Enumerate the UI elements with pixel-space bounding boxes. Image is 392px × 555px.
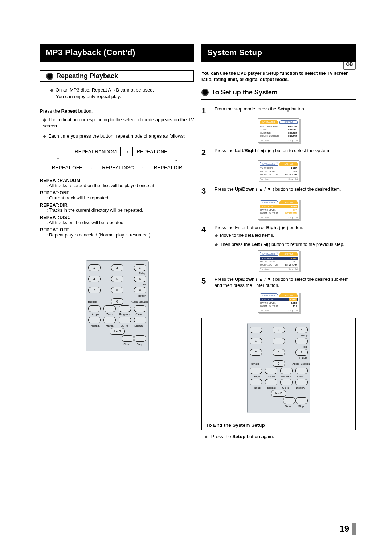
note-line-2: You can enjoy only repeat play. xyxy=(56,93,194,100)
bullet-icon xyxy=(46,73,53,80)
diamond-icon: ◆ xyxy=(215,232,218,238)
definitions-list: REPEAT:RANDOM: All tracks recorded on th… xyxy=(40,178,194,238)
page-number: 19 xyxy=(339,523,356,535)
step-3: 3 Press the Up/Down ( ▲ / ▼ ) button to … xyxy=(201,186,356,196)
end-text: ◆ Press the Setup button again. xyxy=(204,433,356,440)
left-section-box: Repeating Playback xyxy=(40,70,194,82)
diamond-icon: ◆ xyxy=(204,434,208,439)
diamond-icon: ◆ xyxy=(43,133,46,139)
screen-4: LANGUAGES SYSTEM TV SCREEN4:3 LB RATING … xyxy=(201,250,356,271)
divider xyxy=(40,104,194,104)
remote-control-illustration-2: 123 Setup 456 Title 789 Return Remain 0 … xyxy=(247,323,310,413)
step-1: 1 From the stop mode, press the Setup bu… xyxy=(201,106,356,116)
right-section-title: To Set up the System xyxy=(212,89,278,96)
bullet-indication: ◆The indication corresponding to the sel… xyxy=(43,117,194,129)
left-header: MP3 Playback (Cont'd) xyxy=(40,44,194,62)
diamond-icon: ◆ xyxy=(43,117,46,123)
screen-2: LANGUAGES SYSTEM TV SCREEN4:3 LB RATING … xyxy=(201,160,356,181)
manual-page: GB MP3 Playback (Cont'd) Repeating Playb… xyxy=(0,0,392,555)
left-column: MP3 Playback (Cont'd) Repeating Playback… xyxy=(40,44,194,440)
page-tab-icon xyxy=(352,523,356,535)
bullet-icon xyxy=(201,89,209,96)
screen-3: LANGUAGES SYSTEM TV SCREEN4:3 LB RATING … xyxy=(201,199,356,220)
remote-illustration-box: 123 Setup 456 Title 789 Return Remain 0 … xyxy=(40,256,194,358)
intro-text: You can use the DVD player's Setup funct… xyxy=(201,70,356,83)
remote-control-illustration: 123 Setup 456 Title 789 Return Remain 0 … xyxy=(86,260,149,351)
diamond-icon: ◆ xyxy=(215,242,218,247)
end-system-setup-title: To End the System Setup xyxy=(202,420,355,430)
section-underline xyxy=(201,98,356,100)
screen-5: LANGUAGES SYSTEM TV SCREEN4:3 LB RATING … xyxy=(201,292,356,313)
right-header: System Setup xyxy=(201,44,356,62)
repeat-flow-diagram: REPEAT:RANDOM → REPEAT:ONE ↑ ↓ REPEAT OF… xyxy=(40,146,194,173)
right-section-row: To Set up the System xyxy=(201,89,356,96)
end-box: 123 Setup 456 Title 789 Return Remain 0 … xyxy=(201,318,356,430)
right-column: System Setup You can use the DVD player'… xyxy=(201,44,356,440)
press-repeat: Press the Repeat button. xyxy=(40,108,194,114)
screen-1: LANGUAGES SYSTEM OSD LANGUAGEENGLISH AUD… xyxy=(201,118,356,143)
left-section-title: Repeating Playback xyxy=(56,72,118,80)
step-4: 4 Press the Enter button or Right ( ▶ ) … xyxy=(201,225,356,248)
note-line: ◆On an MP3 disc, Repeat A↔B cannot be us… xyxy=(50,87,194,93)
bullet-each-time: ◆Each time you press the button, repeat … xyxy=(43,133,194,139)
step-2: 2 Press the Left/Right ( ◀ / ▶ ) button … xyxy=(201,148,356,157)
step-5: 5 Press the Up/Down ( ▲ / ▼ ) button to … xyxy=(201,276,356,289)
diamond-icon: ◆ xyxy=(50,87,53,93)
